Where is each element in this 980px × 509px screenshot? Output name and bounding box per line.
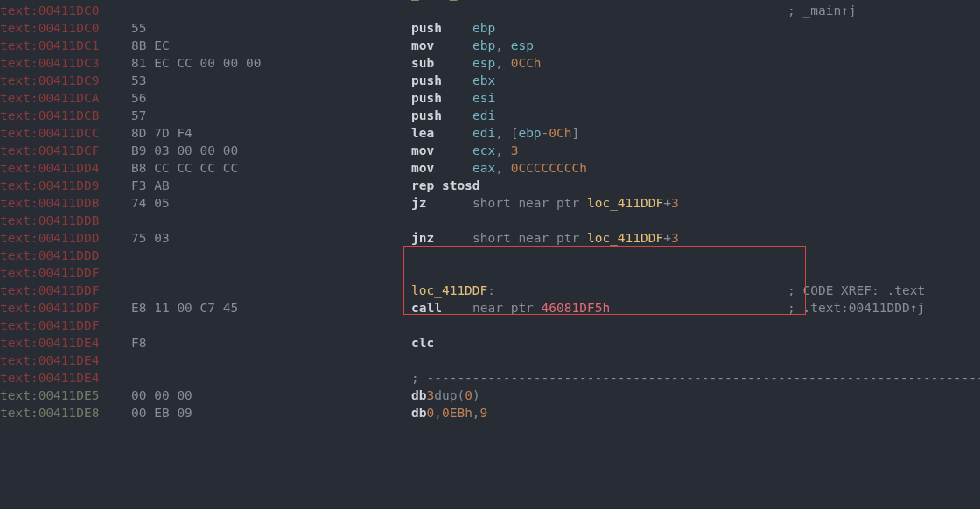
operands: short near ptr loc_411DDF+3 — [472, 229, 980, 247]
segment-address: text:00411DDF — [0, 301, 100, 315]
mnemonic: call — [411, 301, 442, 315]
code-content: leaedi, [ebp-0Ch] — [411, 124, 980, 142]
code-line[interactable]: text:00411DC381 EC CC 00 00 00subesp, 0C… — [0, 54, 980, 72]
operands: ebx — [472, 72, 980, 89]
code-line[interactable]: text:00411DDD — [0, 247, 980, 264]
mnemonic: push — [411, 91, 442, 105]
code-content — [411, 352, 980, 369]
operands: edi — [472, 107, 980, 124]
hex-bytes: 57 — [131, 108, 146, 122]
code-line[interactable]: text:00411DDF — [0, 317, 980, 334]
code-line[interactable]: text:00411DCFB9 03 00 00 00movecx, 3 — [0, 142, 980, 159]
hex-bytes: 00 EB 09 — [131, 406, 192, 420]
hex-bytes: F8 — [131, 336, 146, 350]
mnemonic: jz — [411, 196, 426, 210]
segment-address: text:00411DDF — [0, 318, 100, 332]
code-line[interactable]: text:00411DDF; CODE XREF: .textloc_411DD… — [0, 282, 980, 299]
hex-bytes: F3 AB — [131, 178, 170, 192]
segment-address: text:00411DDF — [0, 266, 100, 280]
segment-address: text:00411DD4 — [0, 161, 100, 175]
code-line[interactable]: text:00411DDB74 05jzshort near ptr loc_4… — [0, 194, 980, 212]
hex-bytes: 8B EC — [131, 38, 170, 52]
mnemonic: rep stosd — [411, 177, 480, 194]
operands: eax, 0CCCCCCCCh — [472, 159, 980, 177]
hex-bytes: 75 03 — [131, 231, 170, 245]
xref-comment-2: ; _main↑j — [788, 2, 857, 19]
code-line[interactable]: text:00411DC953pushebx — [0, 72, 980, 89]
segment-address: text:00411DC3 — [0, 56, 100, 70]
segment-address: text:00411DDF — [0, 283, 100, 297]
operands: ecx, 3 — [472, 142, 980, 159]
code-line[interactable]: text:00411DE4; -------------------------… — [0, 369, 980, 387]
hex-bytes: 53 — [131, 73, 146, 87]
code-line[interactable]: text:00411DC055pushebp — [0, 19, 980, 37]
code-line[interactable]: text:00411DDD75 03jnzshort near ptr loc_… — [0, 229, 980, 247]
mnemonic: jnz — [411, 231, 434, 245]
code-content: pushebx — [411, 72, 980, 89]
code-content: clc — [411, 334, 980, 352]
segment-address: text:00411DCF — [0, 143, 100, 157]
segment-address: text:00411DDB — [0, 196, 100, 210]
operands: edi, [ebp-0Ch] — [472, 124, 980, 142]
operands: ebp — [472, 19, 980, 37]
code-content — [411, 317, 980, 334]
operands: short near ptr loc_411DDF+3 — [472, 194, 980, 212]
segment-address: text:00411DC9 — [0, 73, 100, 87]
mnemonic: push — [411, 21, 442, 35]
code-line[interactable]: text:00411DD9F3 ABrep stosd — [0, 177, 980, 194]
segment-address: text:00411DDD — [0, 231, 100, 245]
xref-comment-2: ; .text:00411DDD↑j — [788, 299, 925, 317]
segment-address: text:00411DE4 — [0, 336, 100, 350]
hex-bytes: 81 EC CC 00 00 00 — [131, 56, 261, 70]
code-content: ; --------------------------------------… — [411, 369, 980, 387]
operands — [472, 334, 980, 352]
mnemonic: sub — [411, 56, 434, 70]
code-content: jnzshort near ptr loc_411DDF+3 — [411, 229, 980, 247]
code-content: rep stosd — [411, 177, 980, 194]
segment-address: text:00411DE4 — [0, 371, 100, 385]
operands: ebp, esp — [472, 37, 980, 54]
segment-address: text:00411DC0 — [0, 3, 100, 17]
hex-bytes: 00 00 00 — [131, 388, 192, 402]
code-line[interactable]: text:00411DE4F8clc — [0, 334, 980, 352]
code-line[interactable]: text:00411DD4B8 CC CC CC CCmoveax, 0CCCC… — [0, 159, 980, 177]
code-line[interactable]: text:00411DE500 00 00db 3 dup(0) — [0, 387, 980, 404]
code-content: pushedi — [411, 107, 980, 124]
hex-bytes: B9 03 00 00 00 — [131, 143, 238, 157]
operands: esi — [472, 89, 980, 107]
mnemonic: clc — [411, 336, 434, 350]
hex-bytes: 55 — [131, 21, 146, 35]
code-content — [411, 264, 980, 282]
code-content: jzshort near ptr loc_411DDF+3 — [411, 194, 980, 212]
code-content — [411, 212, 980, 229]
code-line[interactable]: text:00411DCC8D 7D F4leaedi, [ebp-0Ch] — [0, 124, 980, 142]
segment-address: text:00411DC0 — [0, 21, 100, 35]
code-line[interactable]: text:00411DE4 — [0, 352, 980, 369]
code-content: db 3 dup(0) — [411, 387, 980, 404]
mnemonic: mov — [411, 161, 434, 175]
segment-address: text:00411DCC — [0, 126, 100, 140]
code-content: pushebp — [411, 19, 980, 37]
code-line[interactable]: text:00411DDB — [0, 212, 980, 229]
hex-bytes: E8 11 00 C7 45 — [131, 301, 238, 315]
operands: esp, 0CCh — [472, 54, 980, 72]
segment-address: text:00411DCA — [0, 91, 100, 105]
disassembly-listing: text:00411DC0; CODE XREF: .text_main_0:t… — [0, 0, 980, 422]
mnemonic: push — [411, 108, 442, 122]
mnemonic: mov — [411, 143, 434, 157]
code-line[interactable]: text:00411DCB57pushedi — [0, 107, 980, 124]
segment-address: text:00411DE4 — [0, 353, 100, 367]
hex-bytes: 56 — [131, 91, 146, 105]
code-line[interactable]: text:00411DE800 EB 09db 0, 0EBh, 9 — [0, 404, 980, 422]
code-line[interactable]: text:00411DCA56pushesi — [0, 89, 980, 107]
hex-bytes: 74 05 — [131, 196, 170, 210]
xref-comment: ; CODE XREF: .text — [788, 282, 925, 299]
hex-bytes: B8 CC CC CC CC — [131, 161, 238, 175]
segment-address: text:00411DCB — [0, 108, 100, 122]
code-content: moveax, 0CCCCCCCCh — [411, 159, 980, 177]
code-content: movecx, 3 — [411, 142, 980, 159]
segment-address: text:00411DDB — [0, 213, 100, 227]
code-line[interactable]: text:00411DDF — [0, 264, 980, 282]
code-line[interactable]: text:00411DC18B ECmovebp, esp — [0, 37, 980, 54]
separator: ; --------------------------------------… — [411, 369, 980, 387]
